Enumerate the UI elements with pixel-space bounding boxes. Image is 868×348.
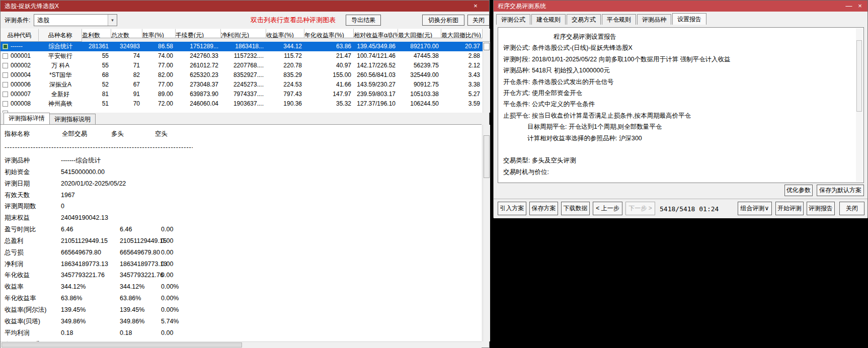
table-cell: 63.86 [304,42,354,51]
column-header-1[interactable]: 品种名称 [39,29,82,42]
header-stub [483,29,490,42]
tab-indicator-detail[interactable]: 评测指标详情 [4,113,50,124]
checkbox-icon[interactable] [3,82,8,88]
checkbox-icon[interactable] [3,92,8,97]
column-header-5[interactable]: 手续费(元) [176,29,221,38]
save-default-button[interactable]: 保存为默认方案 [817,185,864,196]
table-row-partial[interactable] [1,109,483,113]
detail-cell: 收益率(阿尔法) [5,304,61,316]
checkbox-icon[interactable] [3,101,8,107]
table-cell: 000008 [1,99,39,109]
results-table: ------综合统计28136132498386.581751289...186… [1,42,483,113]
detail-cell: 6.46 [61,224,120,235]
tab-3[interactable]: 平仓规则 [602,14,636,25]
checkbox-icon[interactable] [3,72,8,78]
left-window-titlebar[interactable]: 选股-捉妖先锋选股X × [1,1,489,12]
minimize-icon[interactable]: — [844,1,853,12]
detail-header-all: 全部交易 [62,129,111,139]
prev-step-button[interactable]: < 上一步 [593,202,622,215]
checkbox-icon[interactable] [3,53,8,59]
table-row-000001[interactable]: 000001平安银行557474.00242760.331157232....1… [1,51,483,61]
tab-indicator-description[interactable]: 评测指标说明 [49,114,96,124]
separator-line: ----------------------------------------… [1,143,193,153]
close-button[interactable]: 关闭 [839,202,864,215]
scrollbar-thumb[interactable] [484,135,490,178]
detail-cell: 评测周期数 [5,201,61,212]
detail-cell [161,166,482,178]
tab-1[interactable]: 建仓规则 [531,14,566,25]
table-row-000004[interactable]: 000004*ST国华688282.00625320.238352927....… [1,70,483,80]
table-row-000008[interactable]: 000008神州高铁517072.00246060.041903637....1… [1,99,483,109]
column-header-4[interactable]: 胜率(%) [142,29,176,38]
table-cell: 深振业A [39,80,82,90]
table-cell: 55 [82,61,111,70]
combo-eval-button[interactable]: 组合评测∨ [738,202,772,215]
condition-dropdown[interactable]: 选股 ▾ [34,14,117,26]
detail-cell: 21051129449.15 [61,235,120,247]
detail-cell: 344.12% [61,281,120,293]
table-row-000002[interactable]: 000002万 科A557177.00261012.722207768....2… [1,61,483,70]
condition-label: 评测条件: [5,16,30,25]
report-line: 评测品种: 5418只 初始投入1000000元 [503,65,853,76]
column-header-11[interactable]: 最大回撤比(%) [441,29,483,38]
table-cell: 797.43 [266,90,304,99]
column-header-10[interactable]: 最大回撤(元) [398,29,441,38]
start-eval-button[interactable]: 开始评测 [775,202,804,215]
table-scrollbar[interactable] [483,42,490,113]
column-header-3[interactable]: 总次数 [111,29,142,38]
detail-header-name: 指标名称 [5,129,62,139]
detail-cell: 0.18 [61,327,120,339]
detail-row: 收益率(贝塔)349.86%349.86%5.74% [1,316,482,327]
column-header-8[interactable]: 年化收益率(%) [304,29,354,38]
detail-row: 盈亏时间比6.466.460.00 [1,224,482,235]
table-cell: 239.59/803.17 [354,90,398,99]
column-header-9[interactable]: 相对收益率α/β(%) [354,29,398,38]
table-cell: 41.66 [304,80,354,90]
chevron-down-icon[interactable]: ▾ [108,15,117,26]
export-button[interactable]: 导出结果 [346,15,381,26]
table-cell: 106244.50 [398,99,441,109]
right-window-titlebar[interactable]: 程序交易评测系统 — × [494,1,867,12]
scrollbar-thumb[interactable] [856,40,862,112]
save-plan-button[interactable]: 保存方案 [529,202,558,215]
tab-5[interactable]: 设置报告 [672,13,706,25]
table-row-------[interactable]: ------综合统计28136132498386.581751289...186… [1,42,483,51]
report-line: 交易类型: 多头及空头评测 [503,155,853,166]
optimize-params-button[interactable]: 优化参数 [784,185,813,196]
detail-cell [161,155,482,166]
table-cell: 70 [111,99,142,109]
tab-0[interactable]: 评测公式 [496,14,530,25]
switch-chart-button[interactable]: 切换分析图 [422,15,464,26]
close-icon[interactable]: × [855,1,864,12]
checkbox-icon[interactable] [3,63,8,68]
table-cell: 万 科A [39,61,82,70]
detail-cell: 0.00 [161,235,482,247]
download-data-button[interactable]: 下载数据 [561,202,590,215]
detail-cell [120,212,161,224]
tab-2[interactable]: 交易方式 [567,14,601,25]
table-cell [111,109,142,113]
column-header-0[interactable]: 品种代码 [1,29,39,42]
table-cell: 74 [111,51,142,61]
detail-scrollbar[interactable] [483,125,490,341]
table-cell: 100.74/121.46 [354,51,398,61]
tab-4[interactable]: 评测品种 [637,14,671,25]
detail-row: 期末权益24049190042.13 [1,212,482,224]
table-row-000006[interactable]: 000006深振业A526777.00273048.372245273....2… [1,80,483,90]
column-header-6[interactable]: 净利润(元) [221,29,266,38]
table-row-000007[interactable]: 000007全新好819189.00639873.907974337....79… [1,90,483,99]
eval-report-button[interactable]: 评测报告 [807,202,835,215]
scrollbar-thumb[interactable] [484,43,490,50]
report-scrollbar[interactable] [856,28,863,182]
import-plan-button[interactable]: 引入方案 [498,202,526,215]
close-window-button[interactable]: 关闭 [467,15,490,26]
column-header-7[interactable]: 收益率(%) [266,29,304,38]
detail-cell: 18634189773.13 [61,258,120,270]
table-cell [266,109,304,113]
horizontal-scrollbar[interactable] [1,341,482,348]
scrollbar-thumb[interactable] [2,342,242,347]
report-title: 程序交易评测设置报告 [503,31,853,42]
table-cell: 67 [111,80,142,90]
close-icon[interactable]: × [471,1,480,12]
column-header-2[interactable]: 盈利数 [82,29,111,38]
